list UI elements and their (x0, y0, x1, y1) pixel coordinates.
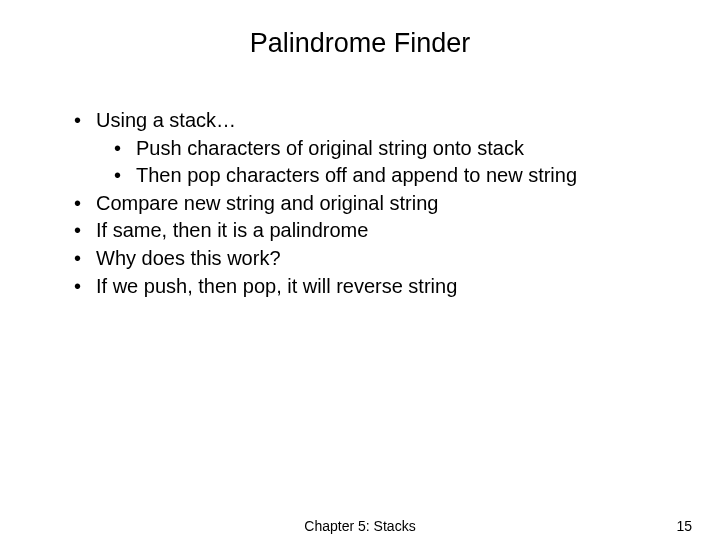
list-item: Push characters of original string onto … (110, 135, 670, 163)
slide: Palindrome Finder Using a stack… Push ch… (0, 0, 720, 540)
list-item: Compare new string and original string (70, 190, 670, 218)
footer-chapter: Chapter 5: Stacks (304, 518, 415, 534)
list-item: If same, then it is a palindrome (70, 217, 670, 245)
list-item: Using a stack… Push characters of origin… (70, 107, 670, 190)
bullet-list: Using a stack… Push characters of origin… (70, 107, 670, 300)
footer-page-number: 15 (676, 518, 692, 534)
slide-content: Using a stack… Push characters of origin… (50, 107, 670, 300)
bullet-text: Using a stack… (96, 109, 236, 131)
slide-title: Palindrome Finder (50, 28, 670, 59)
bullet-text: Then pop characters off and append to ne… (136, 164, 577, 186)
list-item: Why does this work? (70, 245, 670, 273)
bullet-text: Push characters of original string onto … (136, 137, 524, 159)
bullet-text: If same, then it is a palindrome (96, 219, 368, 241)
list-item: Then pop characters off and append to ne… (110, 162, 670, 190)
bullet-text: Compare new string and original string (96, 192, 438, 214)
sub-bullet-list: Push characters of original string onto … (96, 135, 670, 190)
bullet-text: Why does this work? (96, 247, 281, 269)
bullet-text: If we push, then pop, it will reverse st… (96, 275, 457, 297)
list-item: If we push, then pop, it will reverse st… (70, 273, 670, 301)
